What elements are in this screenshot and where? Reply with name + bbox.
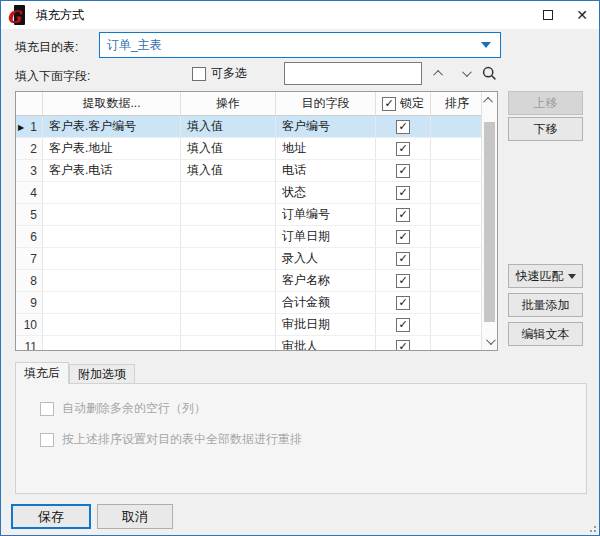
cell-operation[interactable] (181, 314, 276, 335)
cell-locked[interactable]: ✓ (376, 138, 431, 159)
table-row[interactable]: 11审批人✓ (16, 336, 497, 351)
option-delete-empty-rows[interactable]: ✓ 自动删除多余的空行（列） (40, 400, 206, 417)
table-row[interactable]: ▶1客户表.客户编号填入值客户编号✓ (16, 116, 497, 138)
locked-checkbox[interactable]: ✓ (396, 208, 410, 222)
cancel-button[interactable]: 取消 (97, 504, 173, 529)
cell-locked[interactable]: ✓ (376, 292, 431, 313)
locked-checkbox[interactable]: ✓ (396, 186, 410, 200)
cell-target-field[interactable]: 审批人 (276, 336, 376, 351)
cell-locked[interactable]: ✓ (376, 160, 431, 181)
scroll-up-button[interactable] (482, 92, 497, 109)
cell-sort[interactable] (431, 138, 483, 159)
cell-locked[interactable]: ✓ (376, 226, 431, 247)
cell-target-field[interactable]: 电话 (276, 160, 376, 181)
cell-sort[interactable] (431, 336, 483, 351)
cell-source[interactable] (43, 248, 181, 269)
header-locked[interactable]: ✓ 锁定 (376, 92, 431, 115)
cell-sort[interactable] (431, 204, 483, 225)
header-operation[interactable]: 操作 (181, 92, 276, 115)
quick-match-button[interactable]: 快速匹配 (508, 264, 583, 288)
cell-source[interactable]: 客户表.地址 (43, 138, 181, 159)
cell-operation[interactable] (181, 248, 276, 269)
cell-source[interactable]: 客户表.电话 (43, 160, 181, 181)
cell-operation[interactable]: 填入值 (181, 160, 276, 181)
save-button[interactable]: 保存 (11, 504, 91, 529)
cell-target-field[interactable]: 客户编号 (276, 116, 376, 137)
table-row[interactable]: 8客户名称✓ (16, 270, 497, 292)
table-row[interactable]: 10审批日期✓ (16, 314, 497, 336)
target-table-combobox[interactable]: 订单_主表 (99, 32, 501, 58)
locked-checkbox[interactable]: ✓ (396, 142, 410, 156)
scrollbar-thumb[interactable] (484, 122, 495, 322)
cell-target-field[interactable]: 订单日期 (276, 226, 376, 247)
close-button[interactable]: ✕ (565, 1, 599, 29)
search-prev-button[interactable] (427, 62, 451, 85)
cell-locked[interactable]: ✓ (376, 116, 431, 137)
tab-after-fill[interactable]: 填充后 (15, 362, 69, 384)
tab-extra-options[interactable]: 附加选项 (69, 364, 135, 384)
table-row[interactable]: 7录入人✓ (16, 248, 497, 270)
locked-checkbox[interactable]: ✓ (396, 340, 410, 352)
search-button[interactable] (477, 62, 501, 85)
locked-checkbox[interactable]: ✓ (396, 252, 410, 266)
cell-operation[interactable] (181, 182, 276, 203)
multi-select-option[interactable]: ✓ 可多选 (192, 65, 247, 82)
cell-operation[interactable] (181, 270, 276, 291)
cell-source[interactable] (43, 292, 181, 313)
locked-checkbox[interactable]: ✓ (396, 274, 410, 288)
cell-sort[interactable] (431, 292, 483, 313)
cell-source[interactable] (43, 204, 181, 225)
cell-target-field[interactable]: 订单编号 (276, 204, 376, 225)
table-row[interactable]: 9合计金额✓ (16, 292, 497, 314)
cell-locked[interactable]: ✓ (376, 204, 431, 225)
cell-locked[interactable]: ✓ (376, 248, 431, 269)
table-scrollbar[interactable] (481, 92, 497, 350)
cell-source[interactable] (43, 336, 181, 351)
locked-checkbox[interactable]: ✓ (396, 296, 410, 310)
table-row[interactable]: 3客户表.电话填入值电话✓ (16, 160, 497, 182)
cell-locked[interactable]: ✓ (376, 314, 431, 335)
cell-target-field[interactable]: 审批日期 (276, 314, 376, 335)
table-row[interactable]: 5订单编号✓ (16, 204, 497, 226)
search-next-button[interactable] (453, 62, 477, 85)
table-row[interactable]: 2客户表.地址填入值地址✓ (16, 138, 497, 160)
cell-operation[interactable] (181, 204, 276, 225)
scroll-down-button[interactable] (482, 333, 497, 350)
cell-sort[interactable] (431, 116, 483, 137)
cell-operation[interactable] (181, 226, 276, 247)
locked-checkbox[interactable]: ✓ (396, 164, 410, 178)
cell-source[interactable] (43, 226, 181, 247)
cell-sort[interactable] (431, 314, 483, 335)
header-sort[interactable]: 排序 (431, 92, 483, 115)
table-row[interactable]: 6订单日期✓ (16, 226, 497, 248)
cell-operation[interactable]: 填入值 (181, 116, 276, 137)
delete-empty-rows-checkbox[interactable]: ✓ (40, 402, 54, 416)
cell-locked[interactable]: ✓ (376, 182, 431, 203)
maximize-button[interactable] (531, 1, 565, 29)
field-search-input[interactable] (284, 62, 422, 85)
cell-target-field[interactable]: 地址 (276, 138, 376, 159)
lock-all-checkbox[interactable]: ✓ (382, 97, 396, 111)
resort-all-data-checkbox[interactable]: ✓ (40, 433, 54, 447)
cell-source[interactable] (43, 314, 181, 335)
header-target-field[interactable]: 目的字段 (276, 92, 376, 115)
cell-source[interactable] (43, 182, 181, 203)
cell-target-field[interactable]: 合计金额 (276, 292, 376, 313)
cell-operation[interactable] (181, 336, 276, 351)
cell-sort[interactable] (431, 160, 483, 181)
cell-sort[interactable] (431, 248, 483, 269)
cell-locked[interactable]: ✓ (376, 270, 431, 291)
batch-add-button[interactable]: 批量添加 (508, 293, 583, 317)
cell-source[interactable] (43, 270, 181, 291)
table-row[interactable]: 4状态✓ (16, 182, 497, 204)
cell-sort[interactable] (431, 270, 483, 291)
locked-checkbox[interactable]: ✓ (396, 318, 410, 332)
header-source[interactable]: 提取数据... (43, 92, 181, 115)
cell-source[interactable]: 客户表.客户编号 (43, 116, 181, 137)
resize-grip[interactable] (588, 524, 596, 532)
multi-select-checkbox[interactable]: ✓ (192, 67, 206, 81)
cell-target-field[interactable]: 状态 (276, 182, 376, 203)
cell-sort[interactable] (431, 182, 483, 203)
cell-target-field[interactable]: 录入人 (276, 248, 376, 269)
move-down-button[interactable]: 下移 (508, 117, 583, 141)
